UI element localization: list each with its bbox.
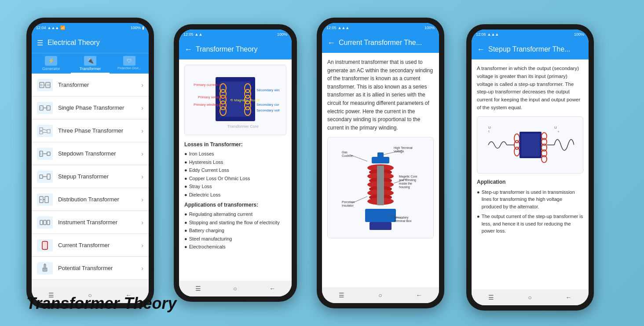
svg-rect-22 bbox=[47, 152, 50, 156]
transformer-icon bbox=[37, 79, 53, 91]
stepup-app-2: The output current of the step-up transf… bbox=[477, 213, 583, 235]
loss-2: Hysteresis Loss bbox=[184, 159, 286, 166]
svg-text:⟲ Magnetic Flux Φ: ⟲ Magnetic Flux Φ bbox=[230, 98, 260, 102]
svg-rect-74 bbox=[377, 166, 384, 205]
arrow-icon-7: › bbox=[141, 242, 143, 249]
page-title-4: Stepup Transformer The... bbox=[488, 45, 570, 53]
tab-protection[interactable]: 🛡 Protection Devi... bbox=[110, 53, 149, 74]
nav-menu-4[interactable]: ☰ bbox=[488, 294, 494, 301]
nav-home-3[interactable]: ○ bbox=[378, 292, 382, 299]
nav-home-2[interactable]: ○ bbox=[233, 285, 237, 292]
svg-rect-18 bbox=[47, 130, 50, 133]
arrow-icon-8: › bbox=[141, 265, 143, 272]
app-title-1: Electrical Theory bbox=[48, 39, 100, 47]
potential-icon bbox=[37, 262, 53, 274]
stepdown-icon bbox=[37, 148, 53, 160]
battery-icon-1: ▮ bbox=[142, 26, 144, 30]
three-phase-icon bbox=[37, 125, 53, 137]
menu-item-current[interactable]: Current Transformer › bbox=[32, 234, 149, 257]
svg-line-19 bbox=[43, 129, 47, 130]
nav-back-3[interactable]: ← bbox=[416, 292, 422, 299]
loss-3: Eddy Current Loss bbox=[184, 167, 286, 174]
svg-text:Primary voltage V₁: Primary voltage V₁ bbox=[198, 95, 227, 99]
svg-point-97 bbox=[514, 147, 520, 156]
distribution-icon bbox=[37, 193, 53, 206]
article-content-4: A transformer in which the output (secon… bbox=[472, 59, 589, 289]
svg-text:Gas: Gas bbox=[342, 151, 348, 154]
stepup-application-content: Application Step-up transformer is used … bbox=[477, 178, 583, 235]
app-header-1: ☰ Electrical Theory bbox=[32, 33, 149, 53]
nav-menu-2[interactable]: ☰ bbox=[195, 285, 201, 292]
menu-item-stepup[interactable]: Stepup Transformer › bbox=[32, 165, 149, 188]
status-right-3: 100% bbox=[424, 26, 435, 30]
loss-6: Dielectric Loss bbox=[184, 191, 286, 199]
menu-label-instrument: Instrument Transformer bbox=[58, 219, 141, 226]
nav-back-2[interactable]: ← bbox=[269, 285, 275, 292]
svg-text:U: U bbox=[488, 126, 491, 130]
stepup-diagram: U 1 U s bbox=[477, 116, 583, 174]
menu-item-potential[interactable]: Potential Transformer › bbox=[32, 257, 149, 280]
signal-icon-3: ▲▲▲ bbox=[338, 26, 350, 30]
tab-generator[interactable]: ⚡ Generator bbox=[32, 53, 71, 74]
status-left-4: 12:06 ▲▲▲ bbox=[476, 32, 499, 37]
svg-text:Secondary current I₂: Secondary current I₂ bbox=[256, 103, 279, 107]
menu-item-stepdown[interactable]: Stepdown Transformer › bbox=[32, 142, 149, 165]
svg-rect-42 bbox=[44, 264, 46, 269]
signal-icon-1: ▲▲▲ bbox=[48, 26, 59, 30]
svg-text:Cushion: Cushion bbox=[342, 154, 353, 157]
tab-bar-1: ⚡ Generator 🔌 Transformer 🛡 Protection D… bbox=[32, 53, 149, 74]
svg-rect-26 bbox=[40, 175, 43, 178]
status-time-3: 12:05 bbox=[326, 26, 337, 30]
wifi-icon-1: 📶 bbox=[60, 26, 65, 30]
menu-label-transformer: Transformer bbox=[58, 82, 141, 88]
tab-transformer-label: Transformer bbox=[80, 67, 101, 71]
battery-4: 100% bbox=[574, 32, 584, 37]
tab-generator-label: Generator bbox=[42, 67, 60, 71]
back-icon-3[interactable]: ← bbox=[327, 38, 335, 48]
svg-rect-27 bbox=[47, 174, 50, 179]
app-header-4: ← Stepup Transformer The... bbox=[472, 39, 589, 59]
svg-text:inside the: inside the bbox=[399, 182, 412, 185]
transformer-diagram: Primary voltage V₁ Secondary winding N₂ … bbox=[184, 65, 286, 135]
menu-item-three[interactable]: Three Phase Transformer › bbox=[32, 119, 149, 142]
ct-description: An instrument transformer that is used t… bbox=[327, 58, 434, 132]
menu-item-instrument[interactable]: Instrument Transformer › bbox=[32, 211, 149, 234]
menu-label-distribution: Distribution Transformer bbox=[58, 196, 141, 203]
app-header-3: ← Current Transformer The... bbox=[322, 33, 439, 53]
svg-line-20 bbox=[43, 132, 47, 133]
nav-home-4[interactable]: ○ bbox=[528, 294, 531, 301]
arrow-icon-0: › bbox=[141, 82, 143, 89]
application-title: Application bbox=[477, 178, 583, 186]
status-bar-2: 12:05 ▲▲ 100% bbox=[179, 30, 292, 39]
nav-menu-3[interactable]: ☰ bbox=[339, 292, 344, 299]
hamburger-icon-1[interactable]: ☰ bbox=[37, 39, 43, 47]
stepup-description: A transformer in which the output (secon… bbox=[477, 65, 583, 112]
tab-transformer[interactable]: 🔌 Transformer bbox=[71, 53, 110, 74]
svg-text:Voltage: Voltage bbox=[394, 150, 404, 153]
svg-text:Transformer Core: Transformer Core bbox=[227, 124, 259, 129]
menu-label-single: Single Phase Transformer bbox=[58, 104, 141, 111]
svg-text:Terminal Box: Terminal Box bbox=[394, 219, 412, 222]
back-icon-2[interactable]: ← bbox=[184, 45, 192, 54]
status-time-4: 12:06 bbox=[476, 32, 486, 37]
generator-tab-icon: ⚡ bbox=[45, 56, 57, 66]
app-4: Steel manufacturing bbox=[184, 235, 286, 243]
protection-tab-icon: 🛡 bbox=[123, 56, 135, 66]
menu-item-distribution[interactable]: Distribution Transformer › bbox=[32, 188, 149, 211]
status-left-1: 12:04 ▲▲▲ 📶 bbox=[36, 26, 65, 30]
status-time-2: 12:05 bbox=[183, 32, 194, 37]
menu-item-single[interactable]: Single Phase Transformer › bbox=[32, 96, 149, 119]
menu-item-transformer[interactable]: Transformer › bbox=[32, 74, 149, 96]
svg-rect-30 bbox=[45, 196, 48, 203]
arrow-icon-6: › bbox=[141, 219, 143, 226]
menu-label-stepup: Stepup Transformer bbox=[58, 173, 141, 180]
nav-back-4[interactable]: ← bbox=[566, 294, 572, 301]
back-icon-4[interactable]: ← bbox=[477, 45, 485, 54]
losses-title: Losses in Transformer: bbox=[184, 141, 286, 148]
page-title-3: Current Transformer The... bbox=[339, 39, 422, 47]
status-time-1: 12:04 bbox=[36, 26, 46, 30]
menu-label-current: Current Transformer bbox=[58, 242, 141, 248]
svg-text:Insulator: Insulator bbox=[342, 204, 354, 207]
battery-2: 100% bbox=[277, 32, 287, 37]
svg-rect-34 bbox=[40, 220, 43, 225]
